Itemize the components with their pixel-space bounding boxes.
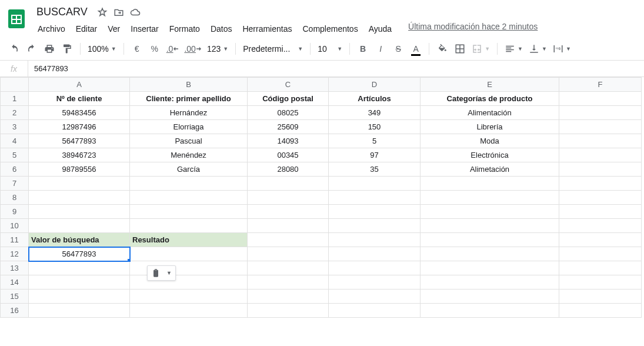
cell[interactable]: Alimetación bbox=[421, 162, 559, 177]
italic-button[interactable]: I bbox=[372, 41, 389, 57]
cell[interactable] bbox=[559, 148, 642, 162]
cell[interactable] bbox=[421, 233, 559, 247]
row-header[interactable]: 4 bbox=[1, 134, 29, 148]
cell[interactable] bbox=[559, 162, 642, 177]
cell[interactable] bbox=[248, 177, 329, 191]
undo-icon[interactable] bbox=[6, 41, 22, 57]
cell[interactable] bbox=[29, 205, 130, 219]
halign-button[interactable]: ▼ bbox=[502, 41, 525, 57]
row-header[interactable]: 9 bbox=[1, 205, 29, 219]
cell[interactable] bbox=[130, 304, 248, 318]
cell[interactable]: Elorriaga bbox=[130, 120, 248, 134]
col-header-E[interactable]: E bbox=[421, 78, 559, 92]
cell[interactable]: 59483456 bbox=[29, 106, 130, 120]
borders-button[interactable] bbox=[452, 41, 468, 57]
cell[interactable]: 349 bbox=[329, 106, 421, 120]
cell[interactable] bbox=[421, 219, 559, 233]
cell[interactable] bbox=[329, 304, 421, 318]
row-header[interactable]: 12 bbox=[1, 247, 29, 261]
cell[interactable]: 5 bbox=[329, 134, 421, 148]
cell[interactable] bbox=[329, 191, 421, 205]
cell[interactable]: 25609 bbox=[248, 120, 329, 134]
cell[interactable]: Cliente: primer apellido bbox=[130, 92, 248, 106]
cell[interactable]: Alimentación bbox=[421, 106, 559, 120]
cell[interactable]: Código postal bbox=[248, 92, 329, 106]
cell[interactable]: 12987496 bbox=[29, 120, 130, 134]
print-icon[interactable] bbox=[41, 41, 58, 57]
cell[interactable] bbox=[559, 177, 642, 191]
menu-formato[interactable]: Formato bbox=[165, 22, 205, 36]
col-header-D[interactable]: D bbox=[329, 78, 421, 92]
star-icon[interactable] bbox=[97, 7, 108, 18]
cell[interactable] bbox=[329, 247, 421, 261]
row-header[interactable]: 6 bbox=[1, 162, 29, 177]
fill-color-button[interactable] bbox=[434, 41, 451, 57]
cell[interactable] bbox=[248, 304, 329, 318]
zoom-select[interactable]: 100%▼ bbox=[85, 41, 119, 57]
menu-datos[interactable]: Datos bbox=[206, 22, 237, 36]
cell[interactable]: García bbox=[130, 162, 248, 177]
cell[interactable] bbox=[559, 92, 642, 106]
cell[interactable] bbox=[559, 233, 642, 247]
menu-insertar[interactable]: Insertar bbox=[126, 22, 163, 36]
cell[interactable]: Electrónica bbox=[421, 148, 559, 162]
cell[interactable] bbox=[130, 191, 248, 205]
last-modified-link[interactable]: Última modificación hace 2 minutos bbox=[408, 22, 538, 36]
cell[interactable]: 38946723 bbox=[29, 148, 130, 162]
percent-button[interactable]: % bbox=[146, 41, 163, 57]
font-size-select[interactable]: 10▼ bbox=[315, 41, 345, 57]
cell[interactable]: Hernández bbox=[130, 106, 248, 120]
cell[interactable]: 14093 bbox=[248, 134, 329, 148]
paint-format-icon[interactable] bbox=[59, 41, 75, 57]
currency-button[interactable]: € bbox=[129, 41, 145, 57]
menu-herramientas[interactable]: Herramientas bbox=[238, 22, 296, 36]
cell[interactable] bbox=[421, 247, 559, 261]
move-icon[interactable] bbox=[114, 7, 124, 18]
formula-input[interactable]: 56477893 bbox=[28, 61, 644, 76]
cell[interactable] bbox=[421, 177, 559, 191]
sheet-grid[interactable]: A B C D E F 1 Nº de cliente Cliente: pri… bbox=[0, 77, 644, 318]
cell[interactable] bbox=[329, 275, 421, 290]
cell[interactable] bbox=[559, 304, 642, 318]
cell[interactable]: Categorías de producto bbox=[421, 92, 559, 106]
cell[interactable]: Valor de búsqueda bbox=[29, 233, 130, 247]
cell[interactable] bbox=[559, 275, 642, 290]
row-header[interactable]: 13 bbox=[1, 261, 29, 275]
row-header[interactable]: 8 bbox=[1, 191, 29, 205]
cell[interactable] bbox=[130, 290, 248, 304]
row-header[interactable]: 10 bbox=[1, 219, 29, 233]
cell[interactable] bbox=[248, 261, 329, 275]
cell[interactable] bbox=[248, 247, 329, 261]
text-color-button[interactable]: A bbox=[408, 41, 424, 57]
cell[interactable] bbox=[248, 219, 329, 233]
cell[interactable]: Artículos bbox=[329, 92, 421, 106]
cell[interactable] bbox=[29, 290, 130, 304]
col-header-C[interactable]: C bbox=[248, 78, 329, 92]
doc-title[interactable]: BUSCARV bbox=[33, 5, 91, 19]
menu-editar[interactable]: Editar bbox=[71, 22, 102, 36]
cell-selected[interactable]: 56477893 bbox=[29, 247, 130, 261]
cell[interactable] bbox=[29, 261, 130, 275]
row-header[interactable]: 11 bbox=[1, 233, 29, 247]
col-header-F[interactable]: F bbox=[559, 78, 642, 92]
cell[interactable] bbox=[329, 219, 421, 233]
cell[interactable]: Moda bbox=[421, 134, 559, 148]
menu-ayuda[interactable]: Ayuda bbox=[364, 22, 396, 36]
cell[interactable] bbox=[130, 219, 248, 233]
cell[interactable] bbox=[329, 177, 421, 191]
cell[interactable] bbox=[559, 219, 642, 233]
cell[interactable] bbox=[559, 134, 642, 148]
cell[interactable] bbox=[248, 233, 329, 247]
row-header[interactable]: 5 bbox=[1, 148, 29, 162]
cell655[interactable] bbox=[329, 261, 421, 275]
bold-button[interactable]: B bbox=[355, 41, 371, 57]
cell[interactable] bbox=[248, 275, 329, 290]
row-header[interactable]: 2 bbox=[1, 106, 29, 120]
cloud-icon[interactable] bbox=[130, 7, 141, 18]
cell[interactable] bbox=[248, 191, 329, 205]
increase-decimal-button[interactable]: .00 bbox=[182, 41, 203, 57]
cell[interactable] bbox=[421, 261, 559, 275]
row-header[interactable]: 7 bbox=[1, 177, 29, 191]
cell[interactable] bbox=[130, 177, 248, 191]
sheets-logo[interactable] bbox=[5, 4, 28, 34]
